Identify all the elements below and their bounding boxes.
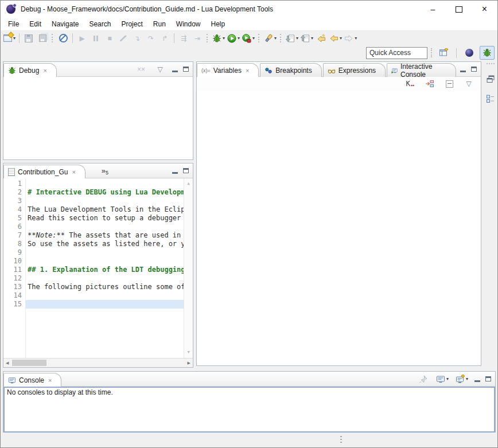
lua-perspective-button[interactable]	[462, 46, 476, 59]
back-icon[interactable]: ▾	[328, 32, 343, 45]
editor-vertical-scrollbar[interactable]: ▲ ▼	[184, 178, 193, 358]
scroll-down-icon[interactable]: ▼	[187, 348, 189, 357]
tab-label: Variables	[213, 67, 242, 75]
search-icon[interactable]: ▾	[263, 32, 278, 45]
line-number: 3	[3, 197, 22, 205]
maximize-view-button[interactable]	[485, 376, 491, 381]
code-line[interactable]: The following pictures outline some of	[26, 283, 184, 291]
open-console-icon	[456, 375, 465, 384]
minimize-view-button[interactable]	[474, 376, 480, 382]
dropdown-icon[interactable]: ▾	[223, 36, 225, 41]
code-line[interactable]: ## 1. Explanation of the LDT debugging	[26, 266, 184, 274]
display-selected-console-icon[interactable]: ▾	[435, 373, 450, 385]
run-icon	[227, 34, 236, 43]
code-line[interactable]	[26, 223, 184, 231]
tab-console[interactable]: Console ×	[3, 373, 61, 387]
menu-window[interactable]: Window	[171, 19, 206, 29]
tab-breakpoints[interactable]: Breakpoints	[260, 63, 321, 77]
menu-project[interactable]: Project	[116, 19, 147, 29]
scroll-left-icon[interactable]: ◀	[6, 361, 9, 365]
code-line[interactable]	[26, 197, 184, 205]
tab-debug[interactable]: Debug ×	[3, 63, 57, 77]
code-line[interactable]: The Lua Development Tools in the Eclip	[26, 205, 184, 214]
open-console-icon[interactable]: ▾	[454, 373, 469, 385]
code-line[interactable]: Read this section to setup a debugger	[26, 214, 184, 223]
dropdown-icon[interactable]: ▾	[13, 36, 15, 41]
minimize-view-button[interactable]	[172, 167, 178, 174]
close-icon[interactable]: ×	[246, 67, 249, 74]
show-type-names-icon[interactable]	[403, 77, 417, 90]
code-line[interactable]	[26, 257, 184, 266]
code-line[interactable]: So use the assets as listed here, or y	[26, 240, 184, 248]
dropdown-icon[interactable]: ▾	[238, 36, 240, 41]
run-external-tools-icon[interactable]: ▾	[241, 32, 256, 45]
tab-interactive-console[interactable]: Interactive Console	[387, 63, 456, 77]
last-edit-location-icon[interactable]	[314, 32, 328, 45]
window-close-button[interactable]: ×	[472, 1, 497, 18]
toolbar-grip[interactable]	[431, 48, 433, 57]
debug-view-content[interactable]	[3, 77, 193, 159]
status-bar	[1, 433, 497, 447]
tab-expressions[interactable]: Expressions	[323, 63, 386, 77]
window-minimize-button[interactable]: –	[420, 1, 446, 18]
dropdown-icon[interactable]: ▾	[466, 376, 468, 381]
tab-contribution-guide[interactable]: Contribution_Gu ×	[3, 165, 85, 178]
more-editors-chevron[interactable]: »5	[102, 166, 108, 176]
code-line[interactable]: # Interactive DEBUG using Lua Developm	[26, 188, 184, 197]
dropdown-icon[interactable]: ▾	[355, 36, 357, 41]
next-annotation-icon[interactable]: ▾	[285, 32, 299, 45]
dropdown-icon[interactable]: ▾	[446, 376, 449, 381]
code-line[interactable]	[26, 180, 184, 188]
show-logical-structures-icon[interactable]	[423, 77, 437, 90]
outline-view-button[interactable]	[484, 92, 497, 105]
maximize-view-button[interactable]	[183, 168, 189, 173]
minimize-view-button[interactable]	[460, 66, 466, 72]
maximize-view-button[interactable]	[183, 67, 189, 72]
code-line[interactable]	[26, 274, 184, 283]
tab-variables[interactable]: (x)=Variables×	[197, 63, 259, 77]
line-number: 15	[3, 300, 22, 309]
code-area[interactable]: # Interactive DEBUG using Lua DevelopmTh…	[26, 178, 184, 358]
variables-view-content[interactable]	[197, 91, 481, 365]
trim-grip[interactable]	[487, 63, 495, 66]
code-line[interactable]	[26, 300, 184, 309]
menu-help[interactable]: Help	[206, 19, 231, 29]
quick-access-input[interactable]: Quick Access	[366, 47, 427, 59]
menu-file[interactable]: File	[3, 19, 24, 29]
dropdown-icon[interactable]: ▾	[311, 36, 313, 41]
skip-all-breakpoints-icon[interactable]	[56, 32, 70, 45]
scrollbar-thumb[interactable]	[12, 360, 46, 366]
dropdown-icon[interactable]: ▾	[296, 36, 298, 41]
scroll-up-icon[interactable]: ▲	[187, 180, 189, 188]
menu-edit[interactable]: Edit	[24, 19, 46, 29]
menu-search[interactable]: Search	[84, 19, 116, 29]
status-splitter-grip[interactable]	[340, 436, 342, 445]
bug-icon	[8, 67, 16, 75]
open-perspective-button[interactable]	[437, 46, 450, 59]
close-icon[interactable]: ×	[48, 377, 52, 384]
editor-horizontal-scrollbar[interactable]: ◀ ▶	[3, 358, 193, 367]
close-icon[interactable]: ×	[72, 169, 75, 176]
new-wizard-icon[interactable]: ▾	[2, 32, 17, 45]
menu-navigate[interactable]: Navigate	[46, 19, 84, 29]
code-line[interactable]	[26, 291, 184, 300]
view-menu-icon[interactable]: ▽	[462, 77, 476, 90]
view-menu-icon[interactable]: ▽	[153, 63, 167, 76]
close-icon[interactable]: ×	[43, 67, 46, 74]
dropdown-icon[interactable]: ▾	[340, 36, 342, 41]
menu-run[interactable]: Run	[148, 19, 171, 29]
previous-annotation-icon[interactable]: ▾	[299, 32, 314, 45]
restore-view-button[interactable]	[484, 73, 497, 85]
maximize-view-button[interactable]	[471, 67, 477, 72]
window-maximize-button[interactable]	[446, 1, 472, 18]
run-icon[interactable]: ▾	[226, 32, 241, 45]
code-line[interactable]: **Note:** The assets that are used in	[26, 231, 184, 240]
dropdown-icon[interactable]: ▾	[274, 36, 277, 41]
dropdown-icon[interactable]: ▾	[252, 36, 255, 41]
scroll-right-icon[interactable]: ▶	[188, 361, 190, 365]
code-line[interactable]	[26, 248, 184, 257]
debug-perspective-button[interactable]	[480, 46, 495, 60]
minimize-view-button[interactable]	[172, 66, 178, 72]
debug-icon[interactable]: ▾	[211, 32, 226, 45]
collapse-all-icon[interactable]	[442, 77, 456, 90]
